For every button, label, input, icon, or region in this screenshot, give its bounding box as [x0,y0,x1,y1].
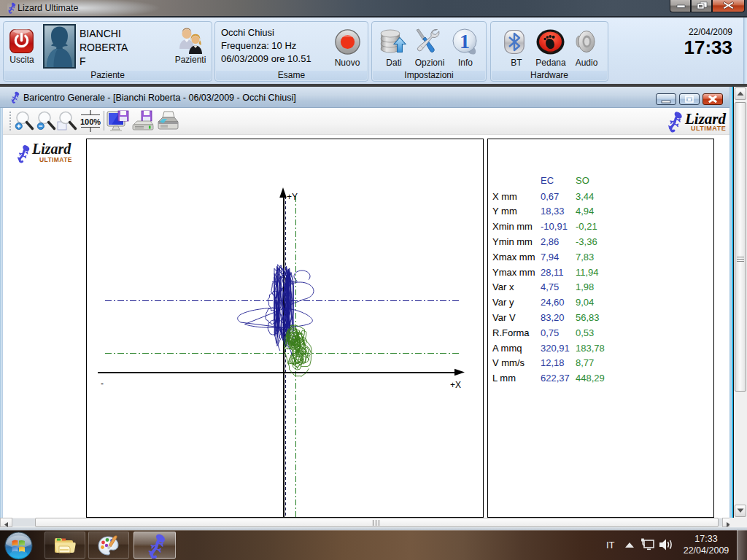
svg-text:100%: 100% [80,117,101,126]
svg-text:-: - [101,378,104,389]
svg-text:+Y: +Y [287,192,298,202]
svg-text:+X: +X [450,380,461,390]
svg-text:1: 1 [460,30,470,52]
